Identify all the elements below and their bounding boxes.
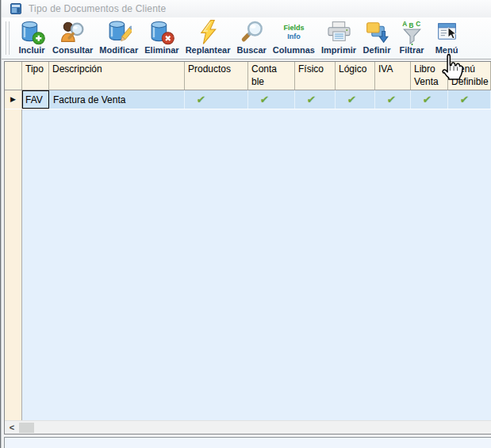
header-descripcion[interactable]: Descripción [49,62,185,90]
columnas-label: Columnas [273,45,315,55]
person-magnifier-icon [59,19,87,45]
header-selector [5,62,22,90]
window-cursor-icon [432,19,461,45]
consultar-button[interactable]: Consultar [49,19,96,55]
filter-letter-b: B [409,22,413,29]
cell-iva[interactable]: ✔ [375,90,411,109]
header-contable[interactable]: Contable [248,62,295,90]
cell-logico[interactable]: ✔ [336,90,375,109]
scroll-left-icon: < [10,423,14,432]
definir-label: Definir [363,45,391,55]
form-window-icon [10,3,21,14]
header-fisico[interactable]: Físico [295,62,336,90]
selector-column-strip [5,109,22,420]
filter-abc-icon: A B C [397,19,426,45]
title-bar: Tipo de Documentos de Cliente [2,0,491,17]
hand-cursor-icon [439,52,463,81]
current-row-marker-icon: ▶ [10,96,16,103]
cell-contable[interactable]: ✔ [248,90,295,109]
incluir-button[interactable]: Incluir [14,19,49,55]
incluir-label: Incluir [18,45,44,55]
eliminar-button[interactable]: Eliminar [141,19,182,55]
check-icon: ✔ [259,94,269,105]
toolbar-grip[interactable] [6,21,10,55]
columnas-button[interactable]: Fields Info Columnas [270,19,318,55]
check-icon: ✔ [347,94,356,105]
database-delete-icon [148,19,176,45]
window-left-border [0,0,2,448]
cell-menu-definible[interactable]: ✔ [448,90,491,109]
printer-icon [324,19,353,45]
check-icon: ✔ [196,94,205,105]
consultar-label: Consultar [52,45,93,55]
filter-letter-c: C [416,21,420,28]
modificar-label: Modificar [99,45,138,55]
check-icon: ✔ [386,94,396,105]
menu-button[interactable]: Menú [429,19,464,55]
cell-fisico[interactable]: ✔ [295,90,336,109]
fields-info-icon: Fields Info [279,19,308,45]
header-logico[interactable]: Lógico [336,62,375,90]
fields-info-text-2: Info [287,33,301,40]
scrollbar-thumb[interactable] [19,423,34,433]
header-tipo[interactable]: Tipo [22,62,49,90]
grid-body-background [22,109,491,420]
filtrar-label: Filtrar [399,45,424,55]
grid-empty-area[interactable] [5,109,491,420]
cell-libro-venta[interactable]: ✔ [411,90,448,109]
fields-info-text-1: Fields [283,24,304,32]
toolbar: Incluir Consultar [2,17,491,59]
documents-grid: Tipo Descripción Productos Contable Físi… [4,61,491,435]
check-icon: ✔ [306,94,316,105]
lightning-icon [194,19,222,45]
bottom-panel [4,437,491,448]
replantear-label: Replantear [186,45,231,55]
header-productos[interactable]: Productos [185,62,248,90]
header-iva[interactable]: IVA [375,62,411,90]
cell-productos[interactable]: ✔ [185,90,248,109]
shapes-arrow-icon [362,19,391,45]
replantear-button[interactable]: Replantear [182,19,234,55]
imprimir-label: Imprimir [321,45,356,55]
filtrar-button[interactable]: A B C Filtrar [394,19,429,55]
buscar-label: Buscar [237,45,267,55]
grid-header-row: Tipo Descripción Productos Contable Físi… [5,62,491,90]
buscar-button[interactable]: Buscar [234,19,270,55]
check-icon: ✔ [459,94,469,105]
definir-button[interactable]: Definir [359,19,394,55]
scroll-left-button[interactable]: < [5,421,19,435]
modificar-button[interactable]: Modificar [96,19,141,55]
database-add-icon [17,19,46,45]
cell-descripcion[interactable]: Factura de Venta [49,90,185,109]
window-title: Tipo de Documentos de Cliente [29,3,166,14]
magnifier-icon [237,19,266,45]
imprimir-button[interactable]: Imprimir [318,19,359,55]
check-icon: ✔ [422,94,432,105]
table-row[interactable]: ▶ FAV Factura de Venta ✔ ✔ ✔ ✔ ✔ ✔ ✔ [5,90,491,109]
cell-tipo[interactable]: FAV [22,90,49,109]
row-selector-cell[interactable]: ▶ [5,90,22,109]
eliminar-label: Eliminar [144,45,178,55]
horizontal-scrollbar[interactable]: < [5,420,491,434]
database-edit-icon [105,19,133,45]
filter-letter-a: A [402,21,407,28]
